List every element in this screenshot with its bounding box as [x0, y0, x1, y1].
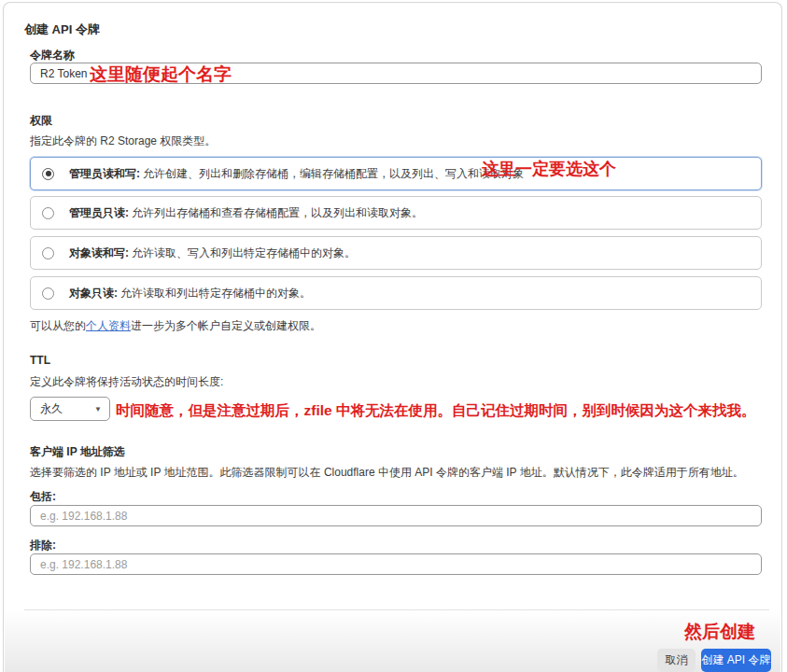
footer-annotation: 然后创建 [684, 620, 755, 644]
profile-link[interactable]: 个人资料 [86, 319, 131, 332]
permission-option-text: 管理员读和写:允许创建、列出和删除存储桶，编辑存储桶配置，以及列出、写入和读取对… [69, 166, 524, 182]
permission-option-text: 对象读和写:允许读取、写入和列出特定存储桶中的对象。 [69, 245, 356, 261]
permissions-heading: 权限 [30, 113, 52, 129]
create-token-panel: 创建 API 令牌 令牌名称 这里随便起个名字 权限 指定此令牌的 R2 Sto… [3, 2, 782, 672]
permission-option-text: 对象只读:允许读取和列出特定存储桶中的对象。 [69, 286, 311, 301]
ip-exclude-label: 排除: [30, 538, 56, 553]
permissions-description: 指定此令牌的 R2 Storage 权限类型。 [30, 133, 216, 149]
ttl-annotation: 时间随意，但是注意过期后，zfile 中将无法在使用。自己记住过期时间，别到时候… [116, 401, 755, 421]
ttl-select[interactable]: 永久 ▼ [30, 397, 110, 421]
footnote-suffix: 进一步为多个帐户自定义或创建权限。 [131, 319, 321, 332]
ip-include-label: 包括: [30, 489, 56, 505]
permission-option-desc: 允许创建、列出和删除存储桶，编辑存储桶配置，以及列出、写入和读取对象 [143, 167, 524, 180]
ip-filter-heading: 客户端 IP 地址筛选 [30, 444, 125, 460]
permissions-annotation: 这里一定要选这个 [482, 158, 616, 180]
permission-option-object-read-write[interactable]: 对象读和写:允许读取、写入和列出特定存储桶中的对象。 [30, 236, 762, 270]
permission-option-label: 对象只读: [69, 287, 118, 300]
token-name-annotation: 这里随便起个名字 [90, 63, 232, 87]
page-title: 创建 API 令牌 [24, 21, 100, 38]
permissions-footnote: 可以从您的个人资料进一步为多个帐户自定义或创建权限。 [30, 318, 321, 334]
ttl-annotation-text: 中将无法在使用。自己记住过期时间，别到时候因为这个来找我。 [332, 402, 756, 418]
ttl-annotation-zfile: zfile [304, 402, 332, 418]
permission-option-object-read-only[interactable]: 对象只读:允许读取和列出特定存储桶中的对象。 [30, 276, 762, 310]
permission-option-desc: 允许列出存储桶和查看存储桶配置，以及列出和读取对象。 [132, 206, 423, 219]
permission-option-admin-read-write[interactable]: 管理员读和写:允许创建、列出和删除存储桶，编辑存储桶配置，以及列出、写入和读取对… [30, 157, 762, 190]
ttl-selected-value: 永久 [40, 401, 94, 417]
footnote-prefix: 可以从您的 [30, 319, 86, 332]
permission-option-desc: 允许读取和列出特定存储桶中的对象。 [120, 287, 311, 300]
token-name-label: 令牌名称 [30, 48, 75, 63]
create-api-token-button[interactable]: 创建 API 令牌 [701, 649, 771, 672]
ttl-annotation-text: 时间随意，但是注意过期后， [116, 402, 304, 418]
permission-option-label: 管理员只读: [69, 206, 129, 219]
ttl-description: 定义此令牌将保持活动状态的时间长度: [30, 374, 223, 390]
permission-option-desc: 允许读取、写入和列出特定存储桶中的对象。 [132, 246, 356, 259]
chevron-down-icon: ▼ [94, 405, 102, 413]
ip-include-input[interactable] [30, 505, 762, 526]
permission-option-text: 管理员只读:允许列出存储桶和查看存储桶配置，以及列出和读取对象。 [69, 205, 423, 221]
permission-option-label: 管理员读和写: [69, 167, 140, 180]
ip-filter-description: 选择要筛选的 IP 地址或 IP 地址范围。此筛选器限制可以在 Cloudfla… [30, 465, 744, 481]
permission-option-admin-read-only[interactable]: 管理员只读:允许列出存储桶和查看存储桶配置，以及列出和读取对象。 [30, 196, 762, 230]
ip-exclude-input[interactable] [30, 553, 762, 575]
cancel-button[interactable]: 取消 [657, 649, 696, 672]
radio-icon[interactable] [42, 207, 54, 219]
radio-selected-icon[interactable] [42, 168, 54, 180]
ttl-heading: TTL [30, 354, 50, 367]
permission-option-label: 对象读和写: [69, 246, 129, 259]
footer-divider [24, 609, 769, 610]
radio-icon[interactable] [42, 247, 54, 259]
radio-icon[interactable] [42, 287, 54, 300]
